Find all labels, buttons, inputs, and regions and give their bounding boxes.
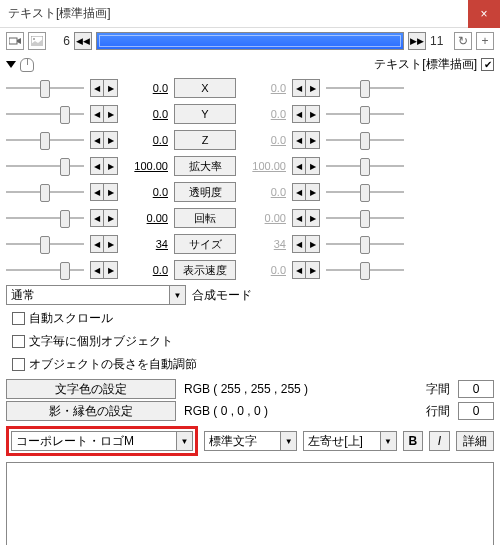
param-button-alpha[interactable]: 透明度 bbox=[174, 182, 236, 202]
font-style-combo[interactable]: 標準文字 ▼ bbox=[204, 431, 297, 451]
value-right[interactable]: 34 bbox=[242, 238, 286, 250]
edge-color-button[interactable]: 影・縁色の設定 bbox=[6, 401, 176, 421]
stepper-right[interactable]: ◀▶ bbox=[292, 105, 320, 123]
value-right[interactable]: 0.0 bbox=[242, 108, 286, 120]
chevron-left-icon[interactable]: ◀ bbox=[90, 209, 104, 227]
camera-icon[interactable] bbox=[6, 32, 24, 50]
text-input[interactable] bbox=[6, 462, 494, 545]
frame-bar[interactable] bbox=[96, 32, 404, 50]
expand-icon[interactable] bbox=[6, 61, 16, 68]
slider-left[interactable] bbox=[6, 104, 84, 124]
chevron-right-icon[interactable]: ▶ bbox=[104, 131, 118, 149]
chevron-right-icon[interactable]: ▶ bbox=[104, 105, 118, 123]
slider-left[interactable] bbox=[6, 182, 84, 202]
chevron-left-icon[interactable]: ◀ bbox=[292, 235, 306, 253]
chevron-left-icon[interactable]: ◀ bbox=[292, 131, 306, 149]
param-button-size[interactable]: サイズ bbox=[174, 234, 236, 254]
value-left[interactable]: 0.0 bbox=[124, 264, 168, 276]
stepper-left[interactable]: ◀▶ bbox=[90, 235, 118, 253]
chevron-right-icon[interactable]: ▶ bbox=[104, 79, 118, 97]
value-left[interactable]: 0.0 bbox=[124, 186, 168, 198]
slider-right[interactable] bbox=[326, 234, 404, 254]
frame-start[interactable]: 6 bbox=[52, 34, 70, 48]
blend-mode-combo[interactable]: 通常 ▼ bbox=[6, 285, 186, 305]
stepper-left[interactable]: ◀▶ bbox=[90, 209, 118, 227]
param-button-zoom[interactable]: 拡大率 bbox=[174, 156, 236, 176]
chevron-down-icon[interactable]: ▼ bbox=[380, 432, 396, 450]
detail-button[interactable]: 詳細 bbox=[456, 431, 494, 451]
add-icon[interactable]: + bbox=[476, 32, 494, 50]
slider-right[interactable] bbox=[326, 130, 404, 150]
bold-button[interactable]: B bbox=[403, 431, 424, 451]
stepper-left[interactable]: ◀▶ bbox=[90, 183, 118, 201]
chevron-left-icon[interactable]: ◀ bbox=[90, 183, 104, 201]
font-name-combo[interactable]: コーポレート・ロゴM ▼ bbox=[11, 431, 193, 451]
chevron-left-icon[interactable]: ◀ bbox=[90, 157, 104, 175]
mouse-icon[interactable] bbox=[20, 58, 34, 72]
stepper-right[interactable]: ◀▶ bbox=[292, 131, 320, 149]
chevron-right-icon[interactable]: ▶ bbox=[306, 105, 320, 123]
stepper-right[interactable]: ◀▶ bbox=[292, 183, 320, 201]
chevron-left-icon[interactable]: ◀ bbox=[292, 261, 306, 279]
frame-end[interactable]: 11 bbox=[430, 34, 448, 48]
value-left[interactable]: 0.0 bbox=[124, 82, 168, 94]
stepper-right[interactable]: ◀▶ bbox=[292, 235, 320, 253]
value-right[interactable]: 0.00 bbox=[242, 212, 286, 224]
checkbox-icon[interactable] bbox=[12, 358, 25, 371]
chevron-right-icon[interactable]: ▶ bbox=[306, 209, 320, 227]
leading-input[interactable]: 0 bbox=[458, 402, 494, 420]
stepper-left[interactable]: ◀▶ bbox=[90, 157, 118, 175]
chevron-left-icon[interactable]: ◀ bbox=[90, 105, 104, 123]
stepper-left[interactable]: ◀▶ bbox=[90, 79, 118, 97]
chevron-right-icon[interactable]: ▶ bbox=[306, 79, 320, 97]
checkbox-icon[interactable] bbox=[12, 335, 25, 348]
slider-left[interactable] bbox=[6, 260, 84, 280]
value-left[interactable]: 0.0 bbox=[124, 134, 168, 146]
object-enable-checkbox[interactable] bbox=[481, 58, 494, 71]
param-button-y[interactable]: Y bbox=[174, 104, 236, 124]
chevron-right-icon[interactable]: ▶ bbox=[306, 261, 320, 279]
slider-right[interactable] bbox=[326, 208, 404, 228]
stepper-right[interactable]: ◀▶ bbox=[292, 261, 320, 279]
chevron-down-icon[interactable]: ▼ bbox=[176, 432, 192, 450]
param-button-rot[interactable]: 回転 bbox=[174, 208, 236, 228]
stepper-left[interactable]: ◀▶ bbox=[90, 131, 118, 149]
chevron-left-icon[interactable]: ◀ bbox=[292, 157, 306, 175]
text-color-button[interactable]: 文字色の設定 bbox=[6, 379, 176, 399]
value-left[interactable]: 0.0 bbox=[124, 108, 168, 120]
slider-left[interactable] bbox=[6, 156, 84, 176]
frame-next-button[interactable]: ▶▶ bbox=[408, 32, 426, 50]
value-right[interactable]: 0.0 bbox=[242, 134, 286, 146]
slider-right[interactable] bbox=[326, 182, 404, 202]
slider-right[interactable] bbox=[326, 104, 404, 124]
check-autolen[interactable]: オブジェクトの長さを自動調節 bbox=[0, 353, 500, 376]
chevron-left-icon[interactable]: ◀ bbox=[292, 105, 306, 123]
value-left[interactable]: 34 bbox=[124, 238, 168, 250]
image-icon[interactable] bbox=[28, 32, 46, 50]
stepper-right[interactable]: ◀▶ bbox=[292, 157, 320, 175]
value-right[interactable]: 0.0 bbox=[242, 82, 286, 94]
checkbox-icon[interactable] bbox=[12, 312, 25, 325]
chevron-right-icon[interactable]: ▶ bbox=[104, 235, 118, 253]
chevron-right-icon[interactable]: ▶ bbox=[104, 157, 118, 175]
param-button-speed[interactable]: 表示速度 bbox=[174, 260, 236, 280]
stepper-left[interactable]: ◀▶ bbox=[90, 105, 118, 123]
chevron-right-icon[interactable]: ▶ bbox=[306, 131, 320, 149]
frame-prev-button[interactable]: ◀◀ bbox=[74, 32, 92, 50]
chevron-right-icon[interactable]: ▶ bbox=[104, 209, 118, 227]
check-perchar[interactable]: 文字毎に個別オブジェクト bbox=[0, 330, 500, 353]
slider-left[interactable] bbox=[6, 130, 84, 150]
chevron-left-icon[interactable]: ◀ bbox=[292, 79, 306, 97]
slider-right[interactable] bbox=[326, 78, 404, 98]
chevron-left-icon[interactable]: ◀ bbox=[292, 209, 306, 227]
slider-right[interactable] bbox=[326, 156, 404, 176]
param-button-x[interactable]: X bbox=[174, 78, 236, 98]
slider-left[interactable] bbox=[6, 234, 84, 254]
spacing-input[interactable]: 0 bbox=[458, 380, 494, 398]
refresh-icon[interactable]: ↻ bbox=[454, 32, 472, 50]
chevron-right-icon[interactable]: ▶ bbox=[306, 183, 320, 201]
chevron-left-icon[interactable]: ◀ bbox=[90, 131, 104, 149]
param-button-z[interactable]: Z bbox=[174, 130, 236, 150]
chevron-down-icon[interactable]: ▼ bbox=[280, 432, 296, 450]
slider-right[interactable] bbox=[326, 260, 404, 280]
